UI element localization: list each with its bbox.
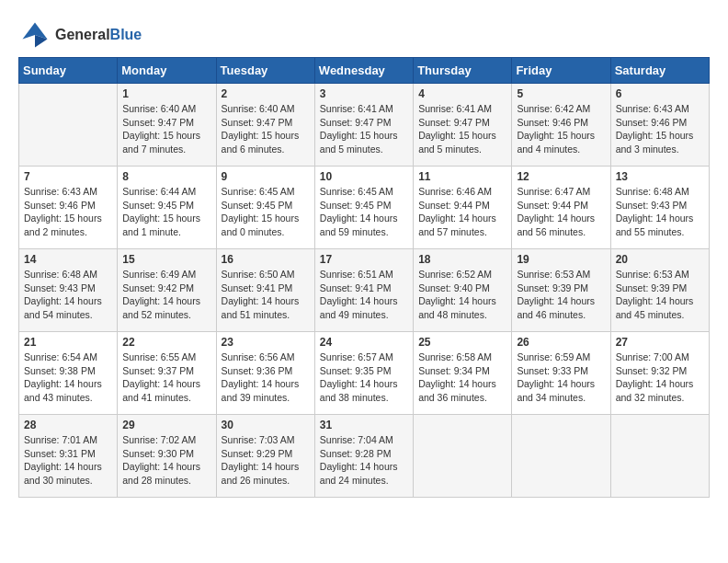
day-number: 15 [122,253,210,266]
day-info: Sunrise: 6:53 AM Sunset: 9:39 PM Dayligh… [616,268,704,322]
day-info: Sunrise: 6:41 AM Sunset: 9:47 PM Dayligh… [320,102,408,156]
day-info: Sunrise: 6:53 AM Sunset: 9:39 PM Dayligh… [517,268,605,322]
day-info: Sunrise: 6:54 AM Sunset: 9:38 PM Dayligh… [24,350,112,405]
day-info: Sunrise: 6:49 AM Sunset: 9:42 PM Dayligh… [122,268,210,322]
calendar-cell: 9Sunrise: 6:45 AM Sunset: 9:45 PM Daylig… [216,167,314,249]
day-number: 21 [24,336,112,349]
calendar-cell: 11Sunrise: 6:46 AM Sunset: 9:44 PM Dayli… [414,167,512,249]
logo-text: GeneralBlue [55,27,142,43]
calendar-cell: 31Sunrise: 7:04 AM Sunset: 9:28 PM Dayli… [314,415,413,498]
day-number: 23 [222,336,310,349]
day-info: Sunrise: 6:46 AM Sunset: 9:44 PM Dayligh… [418,185,506,239]
day-info: Sunrise: 6:43 AM Sunset: 9:46 PM Dayligh… [24,185,112,239]
day-number: 30 [222,419,310,431]
day-header-monday: Monday [118,58,216,84]
calendar-cell: 2Sunrise: 6:40 AM Sunset: 9:47 PM Daylig… [216,84,314,167]
day-number: 29 [122,419,210,431]
day-info: Sunrise: 6:48 AM Sunset: 9:43 PM Dayligh… [616,185,704,239]
calendar-cell: 21Sunrise: 6:54 AM Sunset: 9:38 PM Dayli… [19,332,118,415]
day-info: Sunrise: 6:42 AM Sunset: 9:46 PM Dayligh… [517,102,605,156]
day-number: 10 [320,170,408,183]
calendar-cell: 16Sunrise: 6:50 AM Sunset: 9:41 PM Dayli… [216,249,314,332]
day-info: Sunrise: 6:58 AM Sunset: 9:34 PM Dayligh… [418,350,506,405]
calendar-week-3: 14Sunrise: 6:48 AM Sunset: 9:43 PM Dayli… [19,249,710,332]
calendar-cell: 5Sunrise: 6:42 AM Sunset: 9:46 PM Daylig… [512,84,610,167]
calendar-week-1: 1Sunrise: 6:40 AM Sunset: 9:47 PM Daylig… [19,84,710,167]
day-info: Sunrise: 7:00 AM Sunset: 9:32 PM Dayligh… [616,350,704,405]
day-info: Sunrise: 6:56 AM Sunset: 9:36 PM Dayligh… [222,350,310,405]
day-info: Sunrise: 6:59 AM Sunset: 9:33 PM Dayligh… [517,350,605,405]
calendar-cell: 25Sunrise: 6:58 AM Sunset: 9:34 PM Dayli… [414,332,512,415]
day-info: Sunrise: 6:45 AM Sunset: 9:45 PM Dayligh… [222,185,310,239]
logo-icon [18,18,51,52]
day-number: 17 [320,253,408,266]
calendar-cell: 24Sunrise: 6:57 AM Sunset: 9:35 PM Dayli… [314,332,413,415]
day-info: Sunrise: 6:51 AM Sunset: 9:41 PM Dayligh… [320,268,408,322]
day-header-friday: Friday [512,58,610,84]
day-number: 14 [24,253,112,266]
calendar-header: SundayMondayTuesdayWednesdayThursdayFrid… [19,58,710,84]
calendar-cell: 22Sunrise: 6:55 AM Sunset: 9:37 PM Dayli… [118,332,216,415]
day-header-thursday: Thursday [414,58,512,84]
day-info: Sunrise: 7:02 AM Sunset: 9:30 PM Dayligh… [122,433,210,488]
calendar-week-4: 21Sunrise: 6:54 AM Sunset: 9:38 PM Dayli… [19,332,710,415]
calendar-cell: 7Sunrise: 6:43 AM Sunset: 9:46 PM Daylig… [19,167,118,249]
calendar-cell: 4Sunrise: 6:41 AM Sunset: 9:47 PM Daylig… [414,84,512,167]
calendar-cell: 27Sunrise: 7:00 AM Sunset: 9:32 PM Dayli… [610,332,709,415]
calendar-cell: 14Sunrise: 6:48 AM Sunset: 9:43 PM Dayli… [19,249,118,332]
day-info: Sunrise: 6:43 AM Sunset: 9:46 PM Dayligh… [616,102,704,156]
day-header-sunday: Sunday [19,58,118,84]
day-number: 16 [222,253,310,266]
day-number: 5 [517,87,605,100]
day-number: 6 [616,87,704,100]
calendar-cell: 18Sunrise: 6:52 AM Sunset: 9:40 PM Dayli… [414,249,512,332]
day-info: Sunrise: 6:55 AM Sunset: 9:37 PM Dayligh… [122,350,210,405]
day-number: 9 [222,170,310,183]
day-number: 20 [616,253,704,266]
calendar-table: SundayMondayTuesdayWednesdayThursdayFrid… [18,57,710,498]
calendar-cell: 13Sunrise: 6:48 AM Sunset: 9:43 PM Dayli… [610,167,709,249]
calendar-cell: 10Sunrise: 6:45 AM Sunset: 9:45 PM Dayli… [314,167,413,249]
day-number: 3 [320,87,408,100]
day-header-wednesday: Wednesday [314,58,413,84]
day-info: Sunrise: 6:45 AM Sunset: 9:45 PM Dayligh… [320,185,408,239]
calendar-cell: 23Sunrise: 6:56 AM Sunset: 9:36 PM Dayli… [216,332,314,415]
day-number: 19 [517,253,605,266]
day-info: Sunrise: 7:03 AM Sunset: 9:29 PM Dayligh… [222,433,310,488]
day-number: 12 [517,170,605,183]
calendar-cell: 3Sunrise: 6:41 AM Sunset: 9:47 PM Daylig… [314,84,413,167]
day-info: Sunrise: 7:01 AM Sunset: 9:31 PM Dayligh… [24,433,112,488]
day-header-saturday: Saturday [610,58,709,84]
day-info: Sunrise: 6:44 AM Sunset: 9:45 PM Dayligh… [122,185,210,239]
logo: GeneralBlue [18,18,142,52]
day-number: 7 [24,170,112,183]
day-info: Sunrise: 6:52 AM Sunset: 9:40 PM Dayligh… [418,268,506,322]
day-number: 25 [418,336,506,349]
day-number: 18 [418,253,506,266]
day-info: Sunrise: 6:50 AM Sunset: 9:41 PM Dayligh… [222,268,310,322]
day-info: Sunrise: 6:40 AM Sunset: 9:47 PM Dayligh… [222,102,310,156]
day-info: Sunrise: 6:40 AM Sunset: 9:47 PM Dayligh… [122,102,210,156]
day-number: 8 [122,170,210,183]
day-number: 28 [24,419,112,431]
day-number: 11 [418,170,506,183]
calendar-cell: 29Sunrise: 7:02 AM Sunset: 9:30 PM Dayli… [118,415,216,498]
calendar-cell [610,415,709,498]
calendar-week-5: 28Sunrise: 7:01 AM Sunset: 9:31 PM Dayli… [19,415,710,498]
day-number: 24 [320,336,408,349]
calendar-cell: 1Sunrise: 6:40 AM Sunset: 9:47 PM Daylig… [118,84,216,167]
day-header-tuesday: Tuesday [216,58,314,84]
day-info: Sunrise: 6:48 AM Sunset: 9:43 PM Dayligh… [24,268,112,322]
calendar-cell: 30Sunrise: 7:03 AM Sunset: 9:29 PM Dayli… [216,415,314,498]
calendar-body: 1Sunrise: 6:40 AM Sunset: 9:47 PM Daylig… [19,84,710,498]
day-number: 2 [222,87,310,100]
calendar-cell: 6Sunrise: 6:43 AM Sunset: 9:46 PM Daylig… [610,84,709,167]
day-info: Sunrise: 6:57 AM Sunset: 9:35 PM Dayligh… [320,350,408,405]
day-info: Sunrise: 6:47 AM Sunset: 9:44 PM Dayligh… [517,185,605,239]
day-number: 4 [418,87,506,100]
day-number: 1 [122,87,210,100]
day-number: 31 [320,419,408,431]
day-info: Sunrise: 6:41 AM Sunset: 9:47 PM Dayligh… [418,102,506,156]
calendar-cell: 19Sunrise: 6:53 AM Sunset: 9:39 PM Dayli… [512,249,610,332]
day-number: 27 [616,336,704,349]
